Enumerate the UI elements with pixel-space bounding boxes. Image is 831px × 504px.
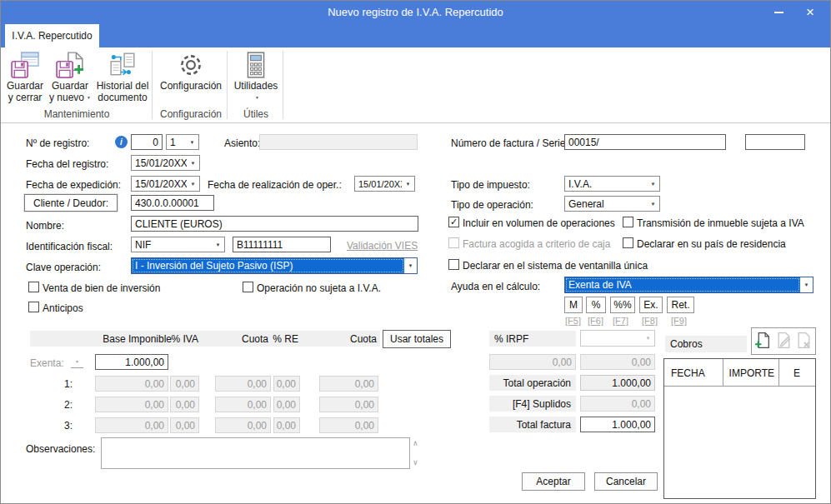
cobros-col-fecha: FECHA: [671, 367, 705, 379]
irpf-select: [580, 330, 655, 347]
venta-bien-inversion-checkbox[interactable]: [28, 282, 39, 292]
dropdown-arrow-icon: [647, 197, 659, 211]
dropdown-arrow-icon: [642, 331, 654, 346]
tipo-operacion-select[interactable]: General: [564, 196, 660, 212]
total-factura-input[interactable]: 1.000,00: [580, 417, 655, 432]
ayuda-calculo-select[interactable]: Exenta de IVA: [564, 277, 813, 293]
ventanilla-unica-checkbox[interactable]: [448, 259, 459, 270]
clave-operacion-select[interactable]: I - Inversión del Sujeto Pasivo (ISP): [131, 257, 418, 274]
ribbon: Guardary cerrar Guardary nuevo: [1, 47, 830, 123]
gear-icon: [177, 51, 205, 79]
tipo-operacion-label: Tipo de operación:: [451, 199, 533, 211]
grid-input: 0,00: [170, 417, 199, 433]
grid-input: 0,00: [319, 397, 378, 412]
grid-input: 0,00: [319, 417, 378, 433]
fecha-registro-label: Fecha del registro:: [26, 158, 108, 170]
identificacion-tipo-select[interactable]: NIF: [131, 237, 225, 252]
save-close-icon: [11, 51, 39, 79]
nombre-label: Nombre:: [26, 220, 64, 232]
dialog-nuevo-registro-iva: Nuevo registro de I.V.A. Repercutido × I…: [0, 0, 831, 504]
scroll-up-icon[interactable]: ∧: [413, 440, 418, 447]
f6-link[interactable]: [F6]: [588, 316, 603, 326]
dropdown-arrow-icon: [186, 135, 198, 149]
incluir-volumen-checkbox[interactable]: ✓: [448, 217, 459, 227]
validacion-vies-link: Validación VIES: [347, 240, 418, 252]
venta-bien-inversion-label: Venta de bien de inversión: [43, 282, 160, 294]
cobros-column-divider: [723, 359, 723, 386]
aceptar-button[interactable]: Aceptar: [522, 472, 585, 491]
cliente-deudor-button[interactable]: Cliente / Deudor:: [24, 194, 118, 212]
f9-link[interactable]: [F9]: [671, 316, 687, 326]
close-button[interactable]: ×: [797, 1, 823, 24]
nif-input[interactable]: B11111111: [233, 237, 331, 252]
minimize-button[interactable]: [765, 1, 792, 24]
total-operacion-value: 1.000,00: [580, 375, 655, 391]
usar-totales-button[interactable]: Usar totales: [383, 330, 451, 348]
new-cobro-icon[interactable]: [754, 332, 772, 352]
num-registro-label: Nº de registro:: [26, 137, 89, 149]
fecha-oper-select[interactable]: 15/01/20XX: [354, 176, 415, 192]
serie-input[interactable]: [745, 134, 805, 150]
ribbon-group-configuracion: Configuración: [156, 108, 226, 120]
ribbon-separator: [283, 51, 283, 119]
observaciones-label: Observaciones:: [26, 443, 95, 455]
transmision-inmueble-label: Transmisión de inmueble sujeta a IVA: [637, 217, 804, 229]
calc-pct-button[interactable]: %: [586, 297, 606, 313]
calc-m-button[interactable]: M: [564, 297, 583, 313]
calculator-icon: [242, 51, 270, 79]
calc-pctpct-button[interactable]: %%: [610, 297, 635, 313]
nombre-input[interactable]: CLIENTE (EUROS): [131, 216, 418, 232]
tab-iva-repercutido[interactable]: I.V.A. Repercutido: [5, 24, 99, 47]
grid-input: 0,00: [95, 376, 168, 392]
dropdown-arrow-icon: [253, 92, 259, 103]
f7-link[interactable]: [F7]: [613, 316, 628, 326]
exenta-label: Exenta:: [30, 357, 64, 369]
scroll-down-icon[interactable]: ∨: [413, 459, 418, 467]
num-registro-sub-select[interactable]: 1: [166, 134, 199, 150]
tipo-impuesto-label: Tipo de impuesto:: [451, 179, 530, 191]
grid-row-label: 3:: [49, 420, 73, 432]
calc-ret-button[interactable]: Ret.: [667, 297, 694, 313]
num-registro-input[interactable]: 0: [131, 134, 163, 150]
observaciones-input[interactable]: [101, 437, 410, 469]
anticipos-label: Anticipos: [43, 302, 83, 314]
cobros-table: FECHA IMPORTE E: [663, 358, 816, 499]
col-cuota-iva: Cuota: [213, 333, 268, 345]
anticipos-checkbox[interactable]: [28, 302, 39, 312]
incluir-volumen-label: Incluir en volumen de operaciones: [463, 217, 615, 229]
operacion-no-sujeta-checkbox[interactable]: [243, 282, 253, 292]
criterio-caja-label: Factura acogida a criterio de caja: [463, 238, 610, 250]
exenta-base-input[interactable]: 1.000,00: [95, 354, 168, 370]
save-new-icon: [56, 51, 84, 79]
cobros-column-divider: [778, 359, 779, 386]
cobros-col-importe: IMPORTE: [723, 367, 774, 379]
f8-link[interactable]: [F8]: [642, 316, 658, 326]
transmision-inmueble-checkbox[interactable]: [623, 217, 633, 227]
cobros-header-divider: [664, 386, 815, 387]
ribbon-separator: [227, 51, 228, 119]
ribbon-tab-strip: I.V.A. Repercutido: [1, 24, 830, 47]
numero-factura-input[interactable]: 00015/: [564, 134, 726, 150]
dropdown-arrow-icon: [800, 277, 813, 292]
f5-link[interactable]: [F5]: [565, 316, 581, 326]
grid-input: 0,00: [273, 376, 300, 392]
residencia-checkbox[interactable]: [623, 237, 633, 248]
grid-input: 0,00: [215, 417, 271, 433]
tipo-impuesto-select[interactable]: I.V.A.: [564, 176, 660, 192]
info-icon: i: [115, 136, 128, 148]
cancelar-button[interactable]: Cancelar: [594, 472, 658, 491]
irpf-header: % IRPF: [489, 331, 576, 347]
delete-cobro-icon: [795, 332, 813, 352]
edit-cobro-icon: [775, 332, 793, 352]
grid-input: 0,00: [215, 376, 271, 392]
irpf-base-input: 0,00: [489, 354, 576, 370]
calc-ex-button[interactable]: Ex.: [639, 297, 663, 313]
total-operacion-label: Total operación: [489, 375, 576, 391]
fecha-registro-select[interactable]: 15/01/20XX: [131, 155, 200, 171]
exenta-dropdown-arrow-icon: [71, 356, 83, 368]
cliente-cuenta-input[interactable]: 430.0.0.00001: [131, 195, 214, 211]
dropdown-arrow-icon: [404, 258, 417, 273]
grid-input: 0,00: [319, 376, 378, 392]
irpf-cuota-input: 0,00: [580, 354, 655, 370]
fecha-expedicion-select[interactable]: 15/01/20XX: [131, 176, 200, 192]
